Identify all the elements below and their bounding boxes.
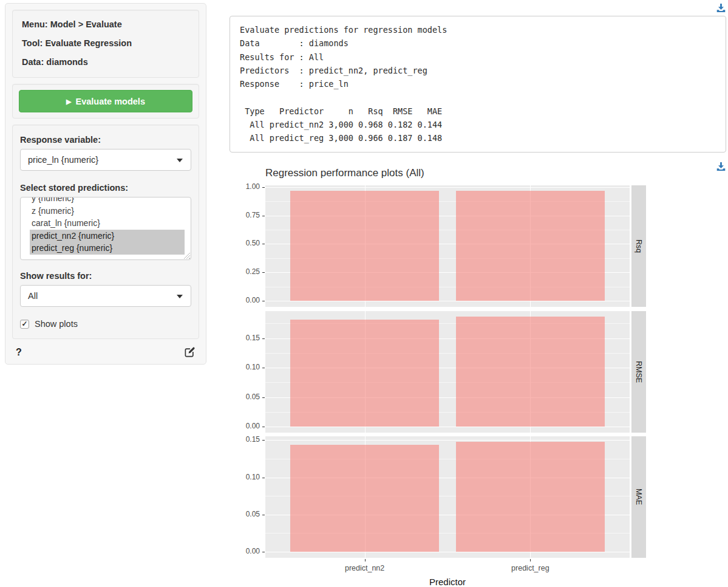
caret-down-icon (177, 295, 183, 298)
plot-title: Regression performance plots (All) (265, 162, 424, 179)
y-tick-mark (262, 552, 265, 552)
prediction-option[interactable]: y {numeric} (30, 197, 185, 205)
y-tick-mark (262, 368, 265, 368)
facet-strip: MAE (631, 436, 646, 558)
prediction-option[interactable]: predict_reg {numeric} (30, 242, 185, 255)
x-tick-label: predict_reg (488, 564, 573, 572)
x-tick-mark (530, 559, 531, 561)
prediction-option[interactable]: z {numeric} (30, 205, 185, 218)
y-tick-mark (262, 397, 265, 398)
y-tick-label: 0.25 (233, 267, 260, 276)
download-summary-icon[interactable] (716, 3, 726, 13)
x-tick-mark (365, 559, 366, 561)
y-tick-mark (262, 216, 265, 216)
prediction-option[interactable]: predict_nn2 {numeric} (30, 230, 185, 242)
show-plots-checkbox[interactable]: ✓ Show plots (20, 319, 191, 329)
bar (290, 320, 439, 427)
y-tick-mark (262, 301, 265, 301)
y-tick-mark (262, 187, 265, 188)
bar (456, 191, 605, 301)
bar (290, 191, 439, 301)
y-gridline-major (265, 427, 630, 427)
y-gridline-major (265, 301, 630, 301)
sidebar: Menu: Model > Evaluate Tool: Evaluate Re… (5, 3, 206, 365)
plot-header: Regression performance plots (All) (230, 162, 726, 184)
y-tick-mark (262, 338, 265, 339)
tool-name: Tool: Evaluate Regression (22, 36, 189, 50)
caret-down-icon (177, 159, 183, 162)
evaluate-models-button[interactable]: ▶Evaluate models (19, 90, 192, 112)
y-tick-mark (262, 440, 265, 441)
y-gridline-major (265, 440, 630, 441)
evaluate-models-label: Evaluate models (76, 97, 145, 106)
facet-strip-label: RMSE (634, 361, 643, 383)
y-tick-mark (262, 515, 265, 515)
edit-report-icon[interactable] (184, 346, 196, 358)
sidebar-footer: ? (12, 345, 199, 360)
y-tick-mark (262, 478, 265, 478)
play-icon: ▶ (66, 98, 71, 105)
y-gridline-major (265, 187, 630, 188)
checkbox-icon: ✓ (20, 320, 29, 329)
y-tick-label: 0.75 (233, 211, 260, 219)
show-results-for-label: Show results for: (20, 271, 191, 281)
summary-output: Evaluate predictions for regression mode… (230, 16, 726, 153)
show-plots-label: Show plots (35, 319, 78, 329)
stored-predictions-listbox[interactable]: y {numeric}z {numeric}carat_ln {numeric}… (20, 197, 191, 260)
performance-plot: 0.000.250.500.751.00Rsq0.000.050.100.15R… (230, 185, 726, 587)
response-variable-select[interactable]: price_ln {numeric} (20, 149, 191, 171)
facet-strip-label: MAE (634, 489, 643, 505)
bar (456, 317, 605, 427)
summary-toolbar (230, 0, 726, 16)
y-tick-label: 0.05 (233, 510, 260, 518)
download-plot-icon[interactable] (716, 162, 726, 171)
dataset-name: Data: diamonds (22, 55, 189, 69)
y-tick-mark (262, 427, 265, 427)
response-variable-label: Response variable: (20, 135, 191, 145)
response-variable-value: price_ln {numeric} (28, 155, 98, 165)
prediction-option[interactable]: carat_ln {numeric} (30, 217, 185, 230)
y-tick-label: 0.00 (233, 296, 260, 304)
y-tick-label: 0.10 (233, 473, 260, 481)
y-tick-label: 0.15 (233, 334, 260, 342)
y-tick-label: 0.15 (233, 435, 260, 444)
y-tick-label: 0.00 (233, 422, 260, 430)
stored-predictions-label: Select stored predictions: (20, 183, 191, 193)
action-panel: ▶Evaluate models (12, 84, 199, 118)
y-tick-label: 0.00 (233, 547, 260, 555)
x-axis-title: Predictor (265, 577, 630, 587)
menu-breadcrumb: Menu: Model > Evaluate (22, 18, 189, 31)
main-content: Evaluate predictions for regression mode… (230, 0, 726, 587)
settings-panel: Response variable: price_ln {numeric} Se… (12, 125, 199, 339)
y-tick-label: 0.50 (233, 239, 260, 247)
help-icon[interactable]: ? (16, 347, 22, 358)
y-tick-mark (262, 272, 265, 273)
bar (456, 442, 605, 552)
y-tick-label: 1.00 (233, 182, 260, 191)
facet-strip: RMSE (631, 311, 646, 433)
y-tick-label: 0.10 (233, 363, 260, 371)
show-results-for-select[interactable]: All (20, 285, 191, 307)
show-results-for-value: All (28, 291, 38, 301)
bar (290, 445, 439, 552)
context-panel: Menu: Model > Evaluate Tool: Evaluate Re… (12, 10, 199, 78)
y-gridline-major (265, 552, 630, 552)
facet-strip: Rsq (631, 185, 646, 307)
facet-strip-label: Rsq (634, 239, 643, 253)
y-tick-label: 0.05 (233, 393, 260, 401)
x-tick-label: predict_nn2 (322, 564, 407, 572)
y-tick-mark (262, 244, 265, 244)
